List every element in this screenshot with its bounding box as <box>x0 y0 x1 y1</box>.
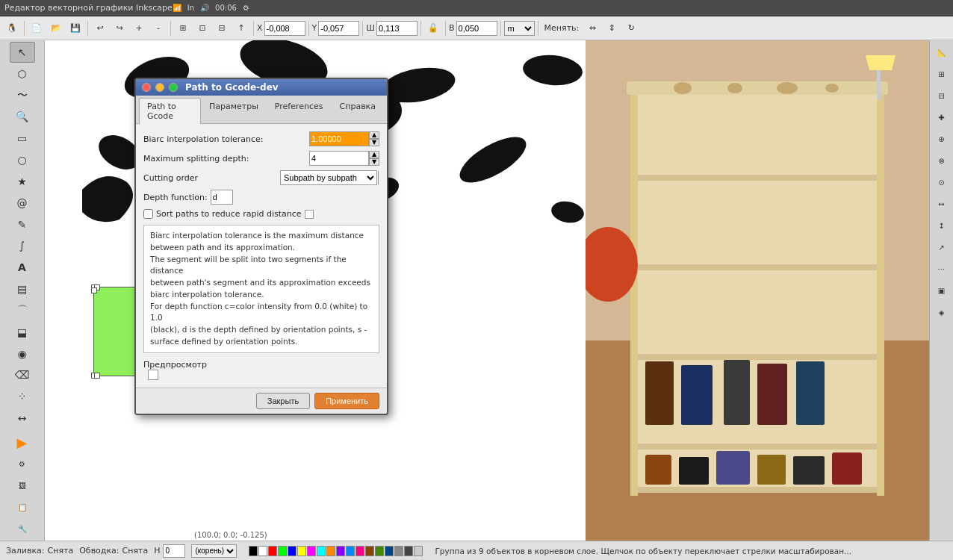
path-to-gcode-dialog[interactable]: Path to Gcode-dev Path to Gcode Параметр… <box>134 78 388 415</box>
rtool-12[interactable]: ◈ <box>929 302 954 323</box>
rect-tool[interactable]: ▭ <box>10 128 35 149</box>
select-tool[interactable]: ↖ <box>10 42 35 63</box>
zoom-out-btn[interactable]: - <box>149 19 167 37</box>
rtool-8[interactable]: ↕ <box>929 215 954 236</box>
color-swatch-purple[interactable] <box>336 546 345 556</box>
splitting-up[interactable]: ▲ <box>369 151 379 158</box>
color-swatch-yellow[interactable] <box>297 546 306 556</box>
zoom-tool[interactable]: 🔍 <box>10 106 35 127</box>
canvas-area[interactable]: Cylindrical cutter Cylindrical cutter 00… <box>45 40 586 541</box>
rtool-11[interactable]: ▣ <box>929 280 954 301</box>
lock-btn[interactable]: 🔓 <box>424 19 442 37</box>
text-tool[interactable]: A <box>10 257 35 278</box>
y-input[interactable] <box>318 21 359 36</box>
redo-btn[interactable]: ↪ <box>111 19 128 37</box>
tab-path-to-gcode[interactable]: Path to Gcode <box>139 98 201 124</box>
handle-bm[interactable] <box>94 373 100 379</box>
rtool-7[interactable]: ↔ <box>929 193 954 214</box>
handle-ml[interactable] <box>91 287 97 293</box>
undo-btn[interactable]: ↩ <box>91 19 109 37</box>
eyedropper-tool[interactable]: ◉ <box>10 343 35 364</box>
color-swatch-green[interactable] <box>278 546 287 556</box>
extra-tool-3[interactable]: 📋 <box>10 497 35 517</box>
apply-button[interactable]: Применить <box>314 393 379 409</box>
color-swatch-blue[interactable] <box>288 546 297 556</box>
zoom-in-btn[interactable]: + <box>130 19 148 37</box>
color-swatch-magenta[interactable] <box>307 546 316 556</box>
depth-input[interactable] <box>211 190 233 205</box>
color-swatch-pink[interactable] <box>356 546 364 556</box>
rtool-9[interactable]: ↗ <box>929 237 954 258</box>
biarc-spinner[interactable]: ▲ ▼ <box>369 131 379 146</box>
raise-btn[interactable]: ↑ <box>232 19 250 37</box>
flip-v-btn[interactable]: ⇕ <box>603 19 621 37</box>
color-swatch-dgray[interactable] <box>404 546 413 556</box>
cutting-select[interactable]: Subpath by subpath By layer As is <box>280 170 377 185</box>
rtool-2[interactable]: ⊟ <box>929 85 954 106</box>
biarc-up[interactable]: ▲ <box>369 131 379 139</box>
biarc-input[interactable] <box>309 131 369 146</box>
extra-tool-1[interactable]: ⚙ <box>10 454 35 475</box>
ubuntu-btn[interactable]: 🐧 <box>3 19 21 37</box>
color-swatch-orange[interactable] <box>326 546 335 556</box>
dialog-close-btn[interactable] <box>142 83 151 92</box>
rtool-3[interactable]: ✚ <box>929 107 954 128</box>
spiral-tool[interactable]: @ <box>10 193 35 214</box>
tab-preferences[interactable]: Preferences <box>267 98 332 123</box>
rtool-6[interactable]: ⊙ <box>929 172 954 193</box>
extra-tool-2[interactable]: 🖼 <box>10 476 35 497</box>
color-swatch-black[interactable] <box>249 546 258 556</box>
group-btn[interactable]: ⊡ <box>193 19 211 37</box>
save-btn[interactable]: 💾 <box>66 19 84 37</box>
color-swatch-brown[interactable] <box>365 546 374 556</box>
gradient-tool[interactable]: ▤ <box>10 279 35 299</box>
flip-h-btn[interactable]: ⇔ <box>583 19 601 37</box>
align-btn[interactable]: ⊞ <box>174 19 192 37</box>
units-select[interactable]: m cm mm px <box>504 21 535 36</box>
color-swatch-gray[interactable] <box>394 546 403 556</box>
rtool-4[interactable]: ⊕ <box>929 128 954 149</box>
ungroup-btn[interactable]: ⊟ <box>213 19 231 37</box>
dialog-min-btn[interactable] <box>155 83 164 92</box>
tab-help[interactable]: Справка <box>332 98 384 123</box>
tab-parameters[interactable]: Параметры <box>201 98 267 123</box>
ellipse-tool[interactable]: ○ <box>10 149 35 170</box>
bucket-tool[interactable]: ⬓ <box>10 322 35 343</box>
star-tool[interactable]: ★ <box>10 171 35 192</box>
calligraphy-tool[interactable]: ∫ <box>10 235 35 256</box>
width-input[interactable] <box>376 21 417 36</box>
biarc-down[interactable]: ▼ <box>369 139 379 146</box>
h-input[interactable] <box>163 544 185 558</box>
layer-select[interactable]: (корень) <box>191 544 237 558</box>
pen-tool[interactable]: ✎ <box>10 214 35 235</box>
rtool-10[interactable]: ⋯ <box>929 258 954 279</box>
color-swatch-lgreen[interactable] <box>375 546 384 556</box>
color-swatch-cyan[interactable] <box>317 546 326 556</box>
color-swatch-red[interactable] <box>268 546 277 556</box>
new-btn[interactable]: 📄 <box>28 19 46 37</box>
rotate-btn[interactable]: ↻ <box>622 19 640 37</box>
color-swatch-lgray[interactable] <box>414 546 423 556</box>
color-swatch-white[interactable] <box>258 546 267 556</box>
rtool-5[interactable]: ⊗ <box>929 150 954 171</box>
rtool-1[interactable]: ⊞ <box>929 63 954 84</box>
close-button[interactable]: Закрыть <box>256 393 310 409</box>
snap-toggle[interactable]: 📐 <box>929 42 954 63</box>
open-btn[interactable]: 📂 <box>47 19 65 37</box>
splitting-input[interactable] <box>309 151 369 166</box>
sort-checkbox[interactable] <box>143 209 153 219</box>
tweak-tool[interactable]: 〜 <box>10 85 35 106</box>
x-input[interactable] <box>264 21 305 36</box>
color-swatch-navy[interactable] <box>385 546 394 556</box>
measure-tool[interactable]: ↔ <box>10 408 35 429</box>
extra-tool-4[interactable]: 🔧 <box>10 518 35 539</box>
color-swatch-lblue[interactable] <box>346 546 355 556</box>
connector-tool[interactable]: ⌒ <box>10 300 35 321</box>
dialog-max-btn[interactable] <box>169 83 178 92</box>
height-input[interactable] <box>456 21 497 36</box>
eraser-tool[interactable]: ⌫ <box>10 364 35 385</box>
splitting-down[interactable]: ▼ <box>369 158 379 166</box>
splitting-spinner[interactable]: ▲ ▼ <box>369 151 379 166</box>
node-tool[interactable]: ⬡ <box>10 63 35 84</box>
spray-tool[interactable]: ⁘ <box>10 386 35 407</box>
